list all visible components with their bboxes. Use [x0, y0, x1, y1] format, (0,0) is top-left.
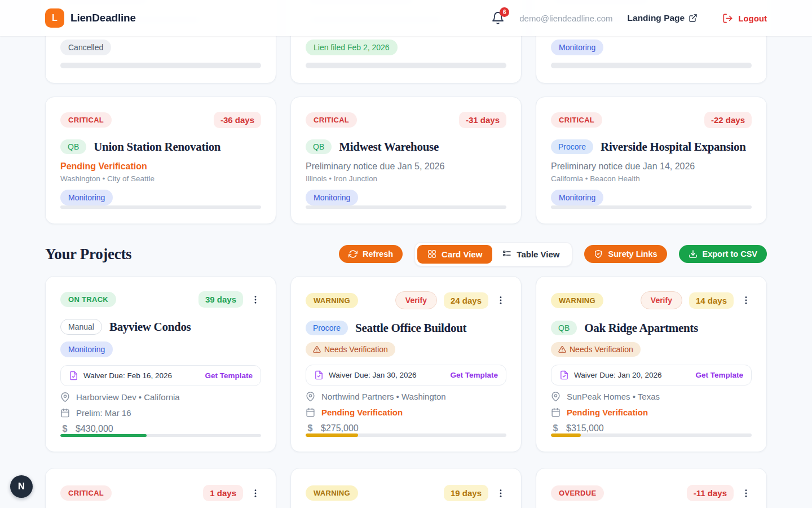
get-template-link[interactable]: Get Template: [695, 371, 743, 379]
contract-amount: $430,000: [76, 424, 113, 434]
verify-button[interactable]: Verify: [641, 291, 682, 309]
source-badge: QB: [306, 139, 332, 154]
map-pin-icon: [306, 392, 315, 401]
days-remaining-pill: 1 days: [203, 485, 243, 501]
dollar-icon: $: [306, 423, 315, 433]
map-pin-icon: [551, 392, 561, 401]
pending-verification-line: Pending Verification: [567, 408, 648, 417]
monitoring-tag: Monitoring: [60, 341, 113, 357]
status-tag: Cancelled: [60, 40, 111, 55]
days-remaining-pill: 24 days: [444, 292, 488, 309]
grid-icon: [427, 249, 436, 259]
get-template-link[interactable]: Get Template: [205, 371, 253, 380]
project-title: Union Station Renovation: [94, 140, 220, 154]
project-card-clipped[interactable]: CRITICAL 1 days: [45, 468, 276, 508]
card-menu-button[interactable]: [740, 294, 752, 307]
refresh-button[interactable]: Refresh: [339, 245, 403, 263]
app-header: L LienDeadline 6 demo@liendeadline.com L…: [0, 0, 812, 36]
deadline-note: Pending Verification: [60, 161, 261, 172]
card-menu-button[interactable]: [250, 293, 261, 306]
document-check-icon: [559, 370, 569, 380]
project-card[interactable]: ON TRACK 39 days Manual Bayview Condos M…: [45, 276, 276, 452]
gc-location-line: Harborview Dev • California: [76, 392, 180, 402]
deadline-card[interactable]: CRITICAL -22 days Procore Riverside Hosp…: [536, 97, 767, 224]
progress-bar: [551, 433, 752, 437]
shield-check-icon: [594, 249, 603, 259]
map-pin-icon: [60, 392, 70, 402]
bottom-card-row: CRITICAL 1 days WARNING 19 days OVERDUE: [45, 468, 767, 508]
status-badge: CRITICAL: [60, 485, 112, 501]
status-badge: OVERDUE: [551, 485, 604, 501]
refresh-icon: [348, 249, 358, 259]
project-title: Oak Ridge Apartments: [584, 321, 698, 335]
deadline-note: Preliminary notice due Jan 5, 2026: [306, 161, 506, 172]
project-title: Bayview Condos: [109, 320, 191, 334]
logout-label: Logout: [738, 14, 767, 23]
table-view-tab[interactable]: Table View: [492, 245, 570, 264]
deadline-card-row: CRITICAL -36 days QB Union Station Renov…: [45, 97, 767, 224]
status-badge: CRITICAL: [551, 112, 602, 128]
status-badge: ON TRACK: [60, 292, 116, 307]
days-remaining-pill: -11 days: [687, 485, 734, 501]
progress-bar: [306, 205, 506, 209]
card-menu-button[interactable]: [740, 487, 752, 500]
calendar-icon: [306, 408, 315, 417]
project-card-clipped[interactable]: WARNING 19 days: [290, 468, 522, 508]
get-template-link[interactable]: Get Template: [450, 371, 498, 379]
days-remaining-pill: 39 days: [198, 291, 243, 308]
project-card-clipped[interactable]: OVERDUE -11 days: [536, 468, 767, 508]
card-view-tab[interactable]: Card View: [417, 245, 492, 264]
status-tag: Lien filed Feb 2, 2026: [306, 40, 398, 55]
logout-button[interactable]: Logout: [722, 13, 767, 24]
card-menu-button[interactable]: [250, 487, 261, 500]
projects-section-bar: Your Projects Refresh: [45, 243, 767, 265]
project-card[interactable]: WARNING Verify 14 days QB Oak Ridge Apar…: [536, 276, 767, 452]
status-badge: CRITICAL: [306, 112, 357, 128]
gc-location-line: SunPeak Homes • Texas: [567, 392, 660, 401]
export-csv-button[interactable]: Export to CSV: [679, 245, 767, 263]
document-check-icon: [314, 370, 324, 380]
deadline-note: Preliminary notice due Jan 14, 2026: [551, 161, 752, 172]
days-remaining-pill: 19 days: [444, 485, 488, 501]
deadline-card[interactable]: CRITICAL -36 days QB Union Station Renov…: [45, 97, 276, 224]
state-client-line: California • Beacon Health: [551, 174, 752, 183]
needs-verification-tag: Needs Verification: [551, 342, 641, 357]
landing-page-label: Landing Page: [628, 13, 685, 23]
waiver-row: Waiver Due: Feb 16, 2026 Get Template: [60, 365, 261, 386]
logout-icon: [722, 13, 733, 24]
status-badge: WARNING: [306, 293, 358, 308]
progress-bar: [551, 205, 752, 209]
landing-page-link[interactable]: Landing Page: [628, 13, 698, 23]
progress-bar: [60, 63, 261, 68]
card-menu-button[interactable]: [495, 294, 506, 307]
verify-button[interactable]: Verify: [395, 291, 437, 309]
dev-overlay-badge[interactable]: N: [10, 475, 33, 498]
progress-bar: [306, 433, 506, 437]
status-tag: Monitoring: [551, 40, 603, 55]
deadline-card[interactable]: CRITICAL -31 days QB Midwest Warehouse P…: [290, 97, 522, 224]
project-card-row: ON TRACK 39 days Manual Bayview Condos M…: [45, 276, 767, 452]
source-badge: Procore: [306, 321, 348, 335]
progress-bar: [306, 63, 506, 68]
gc-location-line: Northwind Partners • Washington: [321, 392, 446, 401]
source-badge: QB: [60, 139, 86, 154]
state-client-line: Illinois • Iron Junction: [306, 174, 506, 183]
project-title: Riverside Hospital Expansion: [601, 140, 746, 154]
calendar-icon: [60, 408, 70, 418]
warning-triangle-icon: [313, 345, 321, 353]
notification-count-badge: 6: [500, 7, 509, 17]
progress-bar: [60, 205, 261, 209]
prelim-date-line: Prelim: Mar 16: [76, 408, 131, 418]
days-remaining-pill: -31 days: [459, 112, 506, 128]
app-title: LienDeadline: [70, 12, 136, 24]
surety-links-button[interactable]: Surety Links: [584, 245, 667, 263]
dollar-icon: $: [60, 424, 69, 434]
card-menu-button[interactable]: [495, 487, 506, 500]
notifications-button[interactable]: 6: [491, 11, 505, 25]
progress-bar: [551, 63, 752, 68]
monitoring-tag: Monitoring: [551, 190, 603, 205]
waiver-row: Waiver Due: Jan 20, 2026 Get Template: [551, 365, 752, 386]
days-remaining-pill: 14 days: [689, 292, 734, 309]
project-title: Midwest Warehouse: [339, 140, 439, 154]
project-card[interactable]: WARNING Verify 24 days Procore Seattle O…: [290, 276, 522, 452]
